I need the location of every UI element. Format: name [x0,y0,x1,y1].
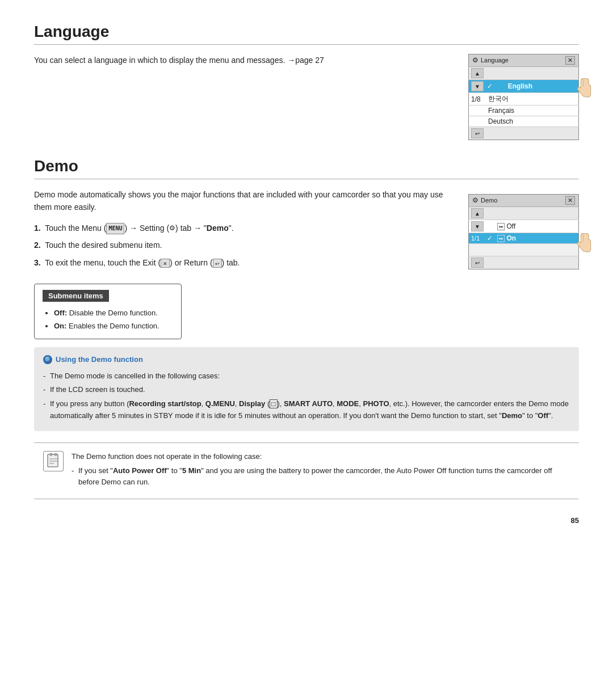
demo-widget-table: ⚙ Demo ✕ ▲ ▼ [468,194,579,269]
lang-korean-row[interactable]: 1/8 한국어 [469,93,579,106]
demo-intro: Demo mode automatically shows you the ma… [34,188,457,214]
language-section: Language You can select a language in wh… [34,23,579,140]
demo-check-on: ✓ [486,233,495,244]
tip-list: The Demo mode is cancelled in the follow… [43,370,570,422]
language-intro: You can select a language in which to di… [34,54,457,66]
language-title: Language [34,23,579,45]
submenu-item-on: On: Enables the Demo function. [54,319,173,332]
notepad-icon [45,453,61,469]
tip-item-1: The Demo mode is cancelled in the follow… [43,370,570,382]
demo-gear-icon: ⚙ [472,196,478,204]
demo-step-3: 3. To exit the menu, touch the Exit (✕) … [34,256,457,269]
demo-label-on[interactable]: ▪▪ On [495,233,579,244]
tip-item-2: If the LCD screen is touched. [43,384,570,396]
demo-on-row[interactable]: 1/1 ✓ ▪▪ On [469,233,579,244]
note-box: The Demo function does not operate in th… [34,442,579,499]
demo-section: Demo Demo mode automatically shows you t… [34,157,579,499]
note-sub-item: If you set "Auto Power Off" to "5 Min" a… [72,465,570,489]
tip-title-row: 🔍 Using the Demo function [43,354,570,366]
svg-rect-0 [48,454,58,467]
lang-back-row[interactable]: ↩ [469,127,579,140]
demo-off-row[interactable]: ▼ ▪▪ Off [469,220,579,233]
lang-french-row[interactable]: Français [469,106,579,116]
demo-widget-title: Demo [481,197,497,204]
demo-empty-row [469,244,579,256]
submenu-box: Submenu items Off: Disable the Demo func… [34,284,182,339]
close-x-icon[interactable]: ✕ [565,56,575,65]
demo-off-spacer [486,220,495,233]
demo-nav-up-row[interactable]: ▲ [469,207,579,220]
submenu-title: Submenu items [43,290,109,302]
lang-counter-3 [469,116,486,127]
lang-counter-2 [469,106,486,116]
lang-label-french[interactable]: Français [486,106,579,116]
demo-close-x-icon[interactable]: ✕ [565,196,575,205]
lang-widget-header: ⚙ Language ✕ [469,54,579,67]
note-sub-list: If you set "Auto Power Off" to "5 Min" a… [72,465,570,489]
page-number: 85 [34,516,579,525]
svg-rect-1 [50,453,52,456]
hand-cursor-demo [574,233,591,253]
tip-box: 🔍 Using the Demo function The Demo mode … [34,347,579,431]
lang-back-btn[interactable]: ↩ [469,127,486,140]
note-content: The Demo function does not operate in th… [72,451,570,491]
hand-cursor-lang [574,78,591,98]
lang-widget-title: Language [481,57,509,64]
demo-widget: ⚙ Demo ✕ ▲ ▼ [468,194,579,269]
demo-text-area: Demo mode automatically shows you the ma… [34,188,457,339]
lang-up-btn[interactable]: ▲ [469,67,486,80]
svg-rect-2 [54,453,57,456]
demo-down-btn[interactable]: ▼ [469,220,486,233]
demo-back-btn[interactable]: ↩ [469,256,486,269]
demo-step-1: 1. Touch the Menu (MENU) → Setting (⚙) t… [34,222,457,234]
return-icon: ↩ [213,259,222,268]
language-intro-area: You can select a language in which to di… [34,54,468,74]
gear-icon: ⚙ [472,56,478,64]
menu-btn-icon: MENU [106,223,124,234]
tip-search-icon: 🔍 [43,355,52,364]
demo-counter: 1/1 [469,233,486,244]
submenu-item-off: Off: Disable the Demo function. [54,306,173,319]
lang-label-deutsch[interactable]: Deutsch [486,116,579,127]
demo-title: Demo [34,157,579,179]
demo-back-row[interactable]: ↩ [469,256,579,269]
lang-down-btn[interactable]: ▼ [469,80,486,93]
demo-widget-header: ⚙ Demo ✕ [469,195,579,207]
tip-title-label: Using the Demo function [56,354,143,366]
language-widget: ⚙ Language ✕ ▲ ▼ ✓ [468,54,579,140]
demo-up-btn[interactable]: ▲ [469,207,486,220]
lang-counter: 1/8 [469,93,486,106]
note-icon [43,451,64,471]
exit-icon: ✕ [161,259,170,268]
lang-check-english: ✓ [486,80,506,93]
tip-item-3: If you press any button (Recording start… [43,398,570,422]
demo-header-row: ⚙ Demo ✕ [469,195,579,207]
lang-deutsch-row[interactable]: Deutsch [469,116,579,127]
lang-header-row: ⚙ Language ✕ [469,54,579,67]
note-text: The Demo function does not operate in th… [72,452,262,461]
language-widget-table: ⚙ Language ✕ ▲ ▼ ✓ [468,54,579,140]
lang-label-korean[interactable]: 한국어 [486,93,579,106]
demo-step-2: 2. Touch the desired submenu item. [34,239,457,251]
lang-label-english[interactable]: English [506,80,579,93]
submenu-list: Off: Disable the Demo function. On: Enab… [43,306,173,333]
lang-nav-up-row[interactable]: ▲ [469,67,579,80]
lang-english-row[interactable]: ▼ ✓ English [469,80,579,93]
demo-label-off[interactable]: ▪▪ Off [495,220,579,233]
setting-gear-icon: ⚙ [169,223,175,234]
